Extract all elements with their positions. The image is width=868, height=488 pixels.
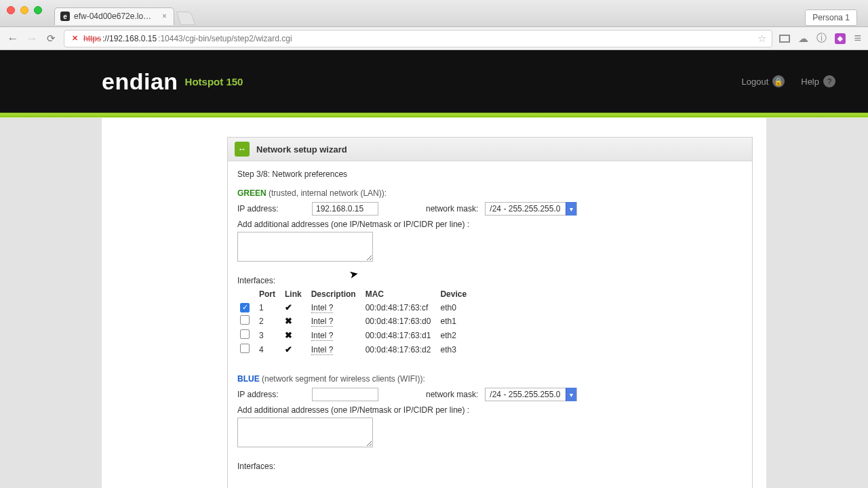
page-header: endian Hotspot 150 Logout 🔒 Help ? [0, 50, 868, 113]
table-row: 2✖Intel ?00:0d:48:17:63:d0eth1 [237, 314, 473, 328]
wizard-panel-body: Step 3/8: Network preferences GREEN (tru… [228, 161, 752, 488]
iface-mac: 00:0d:48:17:63:d2 [363, 342, 438, 357]
zone-green-name: GREEN [237, 188, 267, 198]
col-desc: Description [309, 288, 363, 301]
iface-checkbox[interactable] [240, 329, 250, 339]
green-ip-input[interactable] [312, 202, 378, 216]
zone-green: GREEN (trusted, internal network (LAN)):… [237, 188, 743, 357]
window-maximize-button[interactable] [34, 6, 42, 14]
window-minimize-button[interactable] [20, 6, 28, 14]
info-icon[interactable] [816, 32, 827, 45]
zone-green-desc: (trusted, internal network (LAN)): [269, 188, 387, 198]
wizard-icon: ↔ [235, 142, 250, 157]
blue-mask-select[interactable]: /24 - 255.255.255.0 ▾ [485, 388, 577, 401]
wizard-panel: ↔ Network setup wizard Step 3/8: Network… [227, 137, 753, 488]
bookmark-star-icon[interactable]: ☆ [757, 33, 766, 45]
iface-desc: Intel ? [311, 317, 334, 327]
green-addl-textarea[interactable] [237, 232, 373, 262]
url-path: :10443/cgi-bin/setup/step2/wizard.cgi [158, 34, 292, 43]
stage: ↔ Network setup wizard Step 3/8: Network… [0, 118, 868, 488]
tab-strip: e efw-04d00e672e.localdom × [54, 7, 193, 25]
iface-device: eth3 [437, 342, 473, 357]
tab-close-icon[interactable]: × [162, 12, 167, 21]
chevron-down-icon: ▾ [566, 202, 576, 216]
iface-checkbox[interactable]: ✓ [240, 303, 250, 312]
left-gutter [102, 118, 227, 488]
toolbar-icons: ◆ [779, 31, 861, 45]
link-up-icon: ✔ [285, 344, 292, 354]
col-dev: Device [437, 288, 473, 301]
extension-icon[interactable]: ◆ [835, 33, 846, 44]
iface-port: 1 [256, 301, 282, 314]
blue-mask-label: network mask: [426, 390, 478, 399]
blue-addl-textarea[interactable] [237, 418, 373, 447]
blue-mask-value: /24 - 255.255.255.0 [486, 390, 566, 399]
green-mask-label: network mask: [426, 204, 478, 214]
col-mac: MAC [363, 288, 438, 301]
reload-button[interactable]: ⟳ [45, 33, 57, 45]
wizard-step: Step 3/8: Network preferences [237, 169, 743, 179]
col-link: Link [282, 288, 309, 301]
green-addl-label: Add additional addresses (one IP/Netmask… [237, 220, 743, 229]
iface-checkbox[interactable] [240, 344, 250, 353]
iface-port: 3 [256, 328, 282, 342]
green-mask-value: /24 - 255.255.255.0 [486, 204, 566, 214]
iface-desc: Intel ? [311, 331, 334, 341]
table-row: ✓1✔Intel ?00:0d:48:17:63:cfeth0 [237, 301, 473, 314]
blue-ip-input[interactable] [312, 388, 378, 401]
hamburger-menu-icon[interactable] [854, 31, 861, 45]
lock-icon: 🔒 [772, 75, 785, 87]
new-tab-button[interactable] [176, 12, 195, 25]
window-chrome: e efw-04d00e672e.localdom × Persona 1 [0, 0, 868, 27]
link-up-icon: ✔ [285, 302, 292, 312]
omnibox[interactable]: ✕ https ://192.168.0.15 :10443/cgi-bin/s… [64, 30, 772, 47]
blue-ip-label: IP address: [237, 390, 305, 399]
table-row: 3✖Intel ?00:0d:48:17:63:d1eth2 [237, 328, 473, 342]
accent-bar [0, 113, 868, 118]
chevron-down-icon: ▾ [566, 388, 576, 401]
panel-toggle-icon[interactable] [779, 35, 790, 43]
zone-blue-name: BLUE [237, 374, 260, 384]
address-bar-row: ← → ⟳ ✕ https ://192.168.0.15 :10443/cgi… [0, 27, 868, 50]
forward-button[interactable]: → [26, 32, 38, 45]
iface-device: eth0 [437, 301, 473, 314]
logout-link[interactable]: Logout 🔒 [741, 75, 785, 87]
iface-mac: 00:0d:48:17:63:d0 [363, 314, 438, 328]
green-iface-title: Interfaces: [237, 276, 743, 285]
iface-mac: 00:0d:48:17:63:d1 [363, 328, 438, 342]
back-button[interactable]: ← [7, 32, 19, 45]
browser-tab[interactable]: e efw-04d00e672e.localdom × [54, 7, 174, 25]
ssl-warning-icon: ✕ [70, 34, 79, 43]
iface-mac: 00:0d:48:17:63:cf [363, 301, 438, 314]
green-ip-label: IP address: [237, 204, 305, 214]
url-scheme: https [83, 34, 101, 43]
window-close-button[interactable] [7, 6, 15, 14]
logout-label: Logout [741, 77, 768, 87]
link-down-icon: ✖ [285, 316, 292, 326]
wizard-title: Network setup wizard [256, 144, 347, 155]
iface-device: eth1 [437, 314, 473, 328]
green-iface-table: Port Link Description MAC Device ✓1✔Inte… [237, 288, 473, 357]
zone-blue-desc: (network segment for wireless clients (W… [262, 374, 425, 384]
iface-checkbox[interactable] [240, 315, 250, 325]
wizard-panel-header: ↔ Network setup wizard [228, 138, 752, 161]
content-shell: ↔ Network setup wizard Step 3/8: Network… [102, 118, 766, 488]
iface-desc: Intel ? [311, 345, 334, 355]
iface-desc: Intel ? [311, 303, 334, 313]
traffic-lights [7, 6, 42, 14]
brand-logo: endian [102, 68, 178, 95]
help-link[interactable]: Help ? [801, 75, 835, 87]
col-port: Port [256, 288, 282, 301]
persona-badge[interactable]: Persona 1 [805, 9, 857, 26]
main-column: ↔ Network setup wizard Step 3/8: Network… [227, 118, 766, 488]
green-mask-select[interactable]: /24 - 255.255.255.0 ▾ [485, 202, 577, 216]
blue-addl-label: Add additional addresses (one IP/Netmask… [237, 405, 743, 415]
blue-iface-title: Interfaces: [237, 462, 743, 471]
cloud-icon[interactable] [798, 33, 808, 45]
iface-port: 2 [256, 314, 282, 328]
tab-title: efw-04d00e672e.localdom [74, 12, 155, 21]
iface-port: 4 [256, 342, 282, 357]
help-icon: ? [823, 75, 835, 87]
link-down-icon: ✖ [285, 330, 292, 340]
brand-subtitle: Hotspot 150 [185, 76, 243, 87]
